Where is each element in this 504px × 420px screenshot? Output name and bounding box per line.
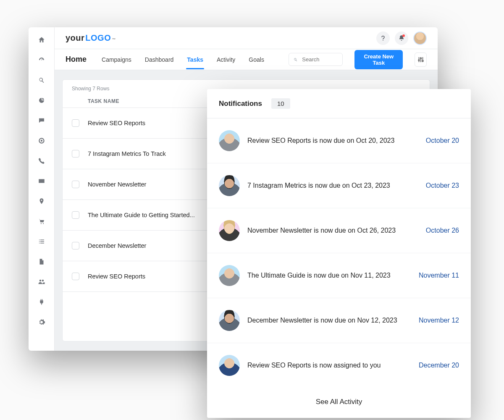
logo-tm: ™: [112, 37, 116, 42]
row-checkbox[interactable]: [72, 181, 79, 188]
sidebar: [29, 27, 55, 351]
notifications-count: 10: [271, 98, 290, 109]
avatar-face: [414, 32, 426, 44]
users-icon[interactable]: [37, 278, 46, 286]
filter-button[interactable]: [415, 52, 427, 67]
notification-avatar: [219, 175, 240, 196]
page-title: Home: [66, 55, 87, 64]
notification-text: The Ultimate Guide is now due on Nov 11,…: [247, 272, 411, 279]
notification-avatar: [219, 265, 240, 286]
notification-date: October 26: [426, 227, 459, 234]
row-checkbox[interactable]: [72, 242, 79, 249]
see-all-activity[interactable]: See All Activity: [207, 388, 471, 418]
create-task-button[interactable]: Create New Task: [354, 50, 403, 69]
logo-suffix: LOGO: [85, 33, 111, 43]
row-checkbox[interactable]: [72, 119, 79, 127]
notification-text: Review SEO Reports is now assigned to yo…: [247, 362, 411, 369]
brand-bar: your LOGO ™: [55, 27, 438, 49]
phone-icon[interactable]: [37, 157, 46, 165]
row-checkbox[interactable]: [72, 150, 79, 158]
notification-date: October 23: [426, 182, 459, 189]
notifications-title: Notifications: [219, 100, 262, 108]
tab-campaigns[interactable]: Campaigns: [101, 50, 132, 69]
notification-date: December 20: [419, 362, 459, 369]
notification-date: October 20: [426, 137, 459, 144]
list-icon[interactable]: [37, 237, 46, 246]
topbar-actions: [376, 32, 427, 45]
notifications-button[interactable]: [395, 32, 408, 45]
notification-avatar: [219, 310, 240, 331]
notification-item[interactable]: 7 Instagram Metrics is now due on Oct 23…: [207, 163, 471, 208]
dashboard-icon[interactable]: [37, 56, 46, 64]
notification-date: November 11: [419, 272, 459, 279]
notification-avatar: [219, 220, 240, 241]
notification-item[interactable]: Review SEO Reports is now due on Oct 20,…: [207, 118, 471, 163]
notifications-list: Review SEO Reports is now due on Oct 20,…: [207, 118, 471, 388]
notification-date: November 12: [419, 317, 459, 324]
tabs: CampaignsDashboardTasksActivityGoals: [101, 50, 265, 69]
notification-text: December Newsletter is now due on Nov 12…: [247, 317, 411, 324]
pin-icon[interactable]: [37, 197, 46, 205]
logo-prefix: your: [66, 33, 84, 43]
logo: your LOGO ™: [66, 33, 116, 43]
search-box[interactable]: [289, 53, 343, 66]
search-icon: [293, 57, 298, 63]
plug-icon[interactable]: [37, 298, 46, 306]
home-icon[interactable]: [37, 36, 46, 44]
row-checkbox[interactable]: [72, 273, 79, 280]
tab-activity[interactable]: Activity: [216, 50, 236, 69]
search-input[interactable]: [301, 56, 338, 63]
row-checkbox[interactable]: [72, 211, 79, 219]
tab-goals[interactable]: Goals: [248, 50, 265, 69]
notification-dot: [402, 34, 405, 37]
notification-text: 7 Instagram Metrics is now due on Oct 23…: [247, 182, 418, 189]
tab-dashboard[interactable]: Dashboard: [144, 50, 175, 69]
file-icon[interactable]: [37, 257, 46, 266]
notification-avatar: [219, 130, 240, 151]
help-button[interactable]: [376, 32, 390, 45]
gear-icon[interactable]: [37, 318, 46, 326]
notification-text: Review SEO Reports is now due on Oct 20,…: [247, 137, 418, 144]
search-icon[interactable]: [37, 76, 46, 84]
chat-icon[interactable]: [37, 116, 46, 125]
notification-text: November Newsletter is now due on Oct 26…: [247, 227, 418, 234]
mail-icon[interactable]: [37, 177, 46, 185]
user-avatar[interactable]: [413, 32, 427, 45]
pie-icon[interactable]: [37, 96, 46, 105]
tab-tasks[interactable]: Tasks: [186, 50, 204, 69]
notification-item[interactable]: The Ultimate Guide is now due on Nov 11,…: [207, 253, 471, 298]
nav-row: Home CampaignsDashboardTasksActivityGoal…: [55, 49, 438, 70]
cart-icon[interactable]: [37, 217, 46, 226]
notification-avatar: [219, 355, 240, 376]
target-icon[interactable]: [37, 136, 46, 145]
notifications-panel: Notifications 10 Review SEO Reports is n…: [207, 89, 471, 418]
notification-item[interactable]: November Newsletter is now due on Oct 26…: [207, 208, 471, 253]
notification-item[interactable]: December Newsletter is now due on Nov 12…: [207, 298, 471, 343]
notification-item[interactable]: Review SEO Reports is now assigned to yo…: [207, 343, 471, 388]
notifications-header: Notifications 10: [207, 89, 471, 118]
